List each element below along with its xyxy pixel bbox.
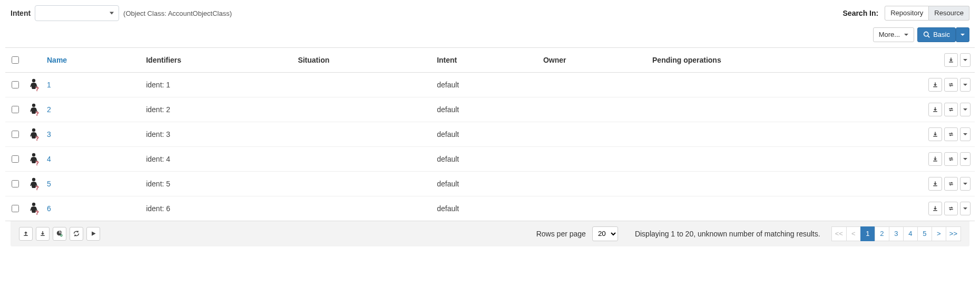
- row-actions-dropdown[interactable]: [960, 152, 971, 166]
- footer-refresh-button[interactable]: [70, 227, 83, 241]
- svg-point-8: [32, 153, 35, 156]
- svg-text:?: ?: [35, 111, 39, 117]
- row-owner: [539, 97, 648, 122]
- row-sync-button[interactable]: [944, 152, 958, 166]
- row-owner: [539, 146, 648, 171]
- table-row: ? 4 ident: 4 default: [5, 146, 975, 171]
- row-actions-dropdown[interactable]: [960, 78, 971, 92]
- search-in-toggle: Repository Resource: [885, 6, 969, 21]
- pager-last[interactable]: >>: [946, 226, 961, 241]
- row-download-button[interactable]: [928, 202, 942, 215]
- row-intent: default: [433, 171, 539, 196]
- svg-text:?: ?: [35, 160, 39, 166]
- row-identifiers: ident: 6: [142, 196, 293, 221]
- column-name[interactable]: Name: [43, 47, 142, 72]
- row-identifiers: ident: 3: [142, 122, 293, 146]
- column-situation: Situation: [293, 47, 433, 72]
- row-download-button[interactable]: [928, 103, 942, 116]
- footer-upload-button[interactable]: [19, 227, 33, 241]
- pager-page-2[interactable]: 2: [875, 226, 889, 241]
- chevron-down-icon: [961, 34, 965, 36]
- row-checkbox[interactable]: [12, 205, 19, 212]
- row-actions-dropdown[interactable]: [960, 103, 971, 116]
- row-name-link[interactable]: 4: [47, 155, 51, 163]
- person-unknown-icon: ?: [28, 176, 40, 190]
- select-all-checkbox[interactable]: [12, 56, 19, 64]
- download-icon: [932, 181, 938, 187]
- row-pending: [648, 196, 917, 221]
- intent-select[interactable]: [35, 5, 119, 21]
- row-sync-button[interactable]: [944, 177, 958, 191]
- row-checkbox[interactable]: [12, 131, 19, 138]
- row-situation: [293, 72, 433, 97]
- footer-chart-button[interactable]: [53, 227, 66, 241]
- row-download-button[interactable]: [928, 78, 942, 92]
- results-table: Name Identifiers Situation Intent Owner …: [5, 47, 975, 221]
- row-sync-button[interactable]: [944, 78, 958, 92]
- more-dropdown-button[interactable]: More...: [873, 27, 914, 42]
- row-sync-button[interactable]: [944, 127, 958, 141]
- sync-icon: [948, 205, 954, 212]
- footer-play-button[interactable]: [86, 227, 100, 241]
- pager-next[interactable]: >: [932, 226, 946, 241]
- column-identifiers: Identifiers: [142, 47, 293, 72]
- header-actions-dropdown[interactable]: [960, 53, 971, 67]
- row-checkbox[interactable]: [12, 81, 19, 88]
- refresh-icon: [73, 230, 80, 237]
- row-owner: [539, 72, 648, 97]
- basic-search-button[interactable]: Basic: [917, 27, 956, 42]
- sync-icon: [948, 82, 954, 88]
- column-intent: Intent: [433, 47, 539, 72]
- row-download-button[interactable]: [928, 152, 942, 166]
- footer-download-button[interactable]: [36, 227, 50, 241]
- row-name-link[interactable]: 6: [47, 204, 51, 213]
- pager-first[interactable]: <<: [831, 226, 847, 241]
- row-pending: [648, 146, 917, 171]
- download-icon: [948, 57, 954, 63]
- pager-prev[interactable]: <: [846, 226, 861, 241]
- row-name-link[interactable]: 1: [47, 81, 51, 89]
- row-actions-dropdown[interactable]: [960, 202, 971, 215]
- basic-label: Basic: [933, 31, 950, 39]
- sync-icon: [948, 131, 954, 137]
- header-download-button[interactable]: [944, 53, 958, 67]
- rows-per-page-label: Rows per page: [536, 230, 586, 238]
- row-identifiers: ident: 2: [142, 97, 293, 122]
- row-intent: default: [433, 146, 539, 171]
- search-in-resource-button[interactable]: Resource: [929, 6, 969, 21]
- pager-page-5[interactable]: 5: [917, 226, 932, 241]
- download-icon: [932, 205, 938, 212]
- download-icon: [932, 131, 938, 137]
- row-sync-button[interactable]: [944, 103, 958, 116]
- result-count-text: Displaying 1 to 20, unknown number of ma…: [635, 230, 820, 238]
- svg-point-4: [32, 104, 35, 107]
- row-checkbox[interactable]: [12, 180, 19, 187]
- search-in-repository-button[interactable]: Repository: [885, 6, 929, 21]
- row-download-button[interactable]: [928, 127, 942, 141]
- pager-page-3[interactable]: 3: [889, 226, 904, 241]
- sync-icon: [948, 156, 954, 162]
- svg-text:?: ?: [35, 210, 39, 216]
- row-name-link[interactable]: 2: [47, 105, 51, 114]
- rows-per-page-select[interactable]: 20: [592, 226, 618, 241]
- row-checkbox[interactable]: [12, 106, 19, 113]
- row-intent: default: [433, 72, 539, 97]
- pager-page-1[interactable]: 1: [860, 226, 875, 241]
- table-row: ? 3 ident: 3 default: [5, 122, 975, 146]
- svg-text:?: ?: [35, 185, 39, 191]
- pager-page-4[interactable]: 4: [903, 226, 918, 241]
- row-sync-button[interactable]: [944, 202, 958, 215]
- row-download-button[interactable]: [928, 177, 942, 191]
- row-actions-dropdown[interactable]: [960, 177, 971, 191]
- row-checkbox[interactable]: [12, 155, 19, 163]
- row-name-link[interactable]: 3: [47, 130, 51, 138]
- person-unknown-icon: ?: [28, 201, 40, 215]
- row-pending: [648, 171, 917, 196]
- svg-text:?: ?: [35, 86, 39, 92]
- row-actions-dropdown[interactable]: [960, 127, 971, 141]
- basic-search-dropdown[interactable]: [956, 27, 969, 42]
- row-pending: [648, 122, 917, 146]
- column-owner: Owner: [539, 47, 648, 72]
- chevron-down-icon: [963, 59, 967, 61]
- row-name-link[interactable]: 5: [47, 180, 51, 188]
